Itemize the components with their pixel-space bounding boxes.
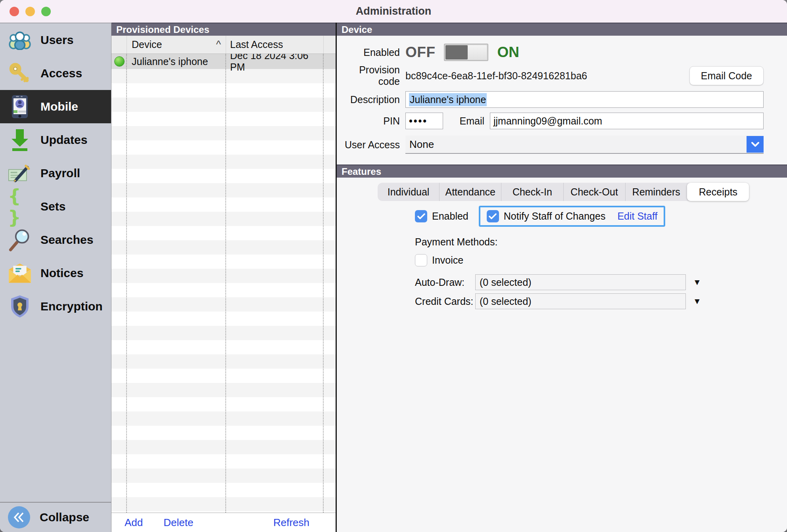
sidebar-item-searches[interactable]: Searches <box>0 223 111 256</box>
sidebar-item-label: Sets <box>40 200 65 213</box>
features-tab-bar: Individual Attendance Check-In Check-Out… <box>378 183 749 201</box>
tab-check-out[interactable]: Check-Out <box>563 183 625 201</box>
last-access-column-header[interactable]: Last Access <box>226 36 324 54</box>
credit-cards-row: Credit Cards: (0 selected) ▼ <box>415 293 787 309</box>
provisioned-devices-header: Provisioned Devices <box>111 23 336 36</box>
add-device-button[interactable]: Add <box>125 517 143 529</box>
sidebar: Users Access <box>0 23 111 532</box>
collapse-label: Collapse <box>40 511 89 524</box>
auto-draw-label: Auto-Draw: <box>415 277 475 288</box>
email-code-button[interactable]: Email Code <box>689 66 764 85</box>
sidebar-item-access[interactable]: Access <box>0 57 111 90</box>
sidebar-item-label: Users <box>40 33 73 47</box>
enabled-toggle[interactable] <box>444 44 488 61</box>
users-icon <box>8 28 32 52</box>
sidebar-item-notices[interactable]: Notices <box>0 256 111 290</box>
invoice-row: Invoice <box>415 254 787 266</box>
mobile-phone-icon <box>8 95 32 119</box>
user-access-value: None <box>409 138 434 151</box>
braces-icon: { } <box>8 195 32 218</box>
chevron-down-icon <box>751 142 760 147</box>
column-divider <box>225 54 226 513</box>
notify-staff-label: Notify Staff of Changes <box>504 211 606 222</box>
user-access-select[interactable]: None <box>405 136 764 154</box>
shield-icon <box>8 295 32 318</box>
payment-methods-label: Payment Methods: <box>415 236 787 248</box>
sidebar-item-label: Access <box>40 67 82 80</box>
filler-column-header <box>324 36 336 54</box>
empty-table-rows <box>111 69 336 513</box>
sidebar-item-users[interactable]: Users <box>0 23 111 57</box>
online-status-icon <box>114 56 125 67</box>
receipts-enabled-row: Enabled Notify Staff of Changes Edit Sta… <box>415 206 787 227</box>
delete-device-button[interactable]: Delete <box>163 517 193 529</box>
auto-draw-dropdown-icon[interactable]: ▼ <box>693 277 701 287</box>
credit-cards-select[interactable]: (0 selected) <box>475 293 686 309</box>
features-body: Individual Attendance Check-In Check-Out… <box>337 178 787 532</box>
tab-receipts[interactable]: Receipts <box>687 183 749 201</box>
toggle-track <box>468 45 487 59</box>
tab-reminders[interactable]: Reminders <box>625 183 687 201</box>
invoice-checkbox[interactable] <box>415 254 427 266</box>
email-input[interactable]: jjmanning09@gmail.com <box>490 113 764 129</box>
title-bar: Administration <box>0 0 787 23</box>
device-section-title: Device <box>342 24 372 35</box>
device-form: Enabled OFF ON Provision code bc89c4ce-6… <box>337 36 787 165</box>
enabled-checkbox-label: Enabled <box>432 211 468 222</box>
device-table-header: Device ^ Last Access <box>111 36 336 54</box>
sidebar-item-label: Payroll <box>40 166 80 180</box>
sort-ascending-icon: ^ <box>216 38 221 51</box>
invoice-label: Invoice <box>432 255 463 266</box>
device-table-actions: Add Delete Refresh <box>111 513 336 532</box>
notify-staff-checkbox[interactable] <box>487 210 499 222</box>
email-label: Email <box>443 115 490 127</box>
collapse-sidebar-button[interactable]: Collapse <box>0 502 111 532</box>
sidebar-item-label: Updates <box>40 133 87 147</box>
auto-draw-select[interactable]: (0 selected) <box>475 274 686 290</box>
features-section-header: Features <box>337 165 787 178</box>
tab-individual[interactable]: Individual <box>378 183 439 201</box>
magnifier-icon <box>8 228 32 252</box>
sidebar-item-mobile[interactable]: Mobile <box>0 90 111 123</box>
administration-window: Administration Users <box>0 0 787 532</box>
pin-input[interactable]: •••• <box>405 113 443 129</box>
collapse-chevrons-icon <box>8 506 30 528</box>
checkmark-icon <box>489 213 497 220</box>
toggle-on-label: ON <box>497 44 519 61</box>
sidebar-item-label: Mobile <box>40 100 78 113</box>
credit-cards-dropdown-icon[interactable]: ▼ <box>693 297 701 306</box>
notify-staff-highlight-group: Notify Staff of Changes Edit Staff <box>479 206 666 227</box>
last-access-cell: Dec 18 2024 3:06 PM <box>226 54 324 73</box>
enabled-checkbox[interactable] <box>415 210 427 222</box>
provisioned-devices-panel: Provisioned Devices Device ^ Last Access… <box>111 23 337 532</box>
sidebar-item-label: Encryption <box>40 300 103 313</box>
provisioned-devices-title: Provisioned Devices <box>116 24 209 35</box>
key-icon <box>8 61 32 85</box>
edit-staff-link[interactable]: Edit Staff <box>617 211 657 222</box>
table-row-selected[interactable]: Julianne's iphone Dec 18 2024 3:06 PM <box>111 54 336 69</box>
column-divider <box>323 54 324 513</box>
column-divider <box>126 54 127 513</box>
status-column-header <box>111 36 127 54</box>
tab-attendance[interactable]: Attendance <box>439 183 501 201</box>
tab-check-in[interactable]: Check-In <box>501 183 563 201</box>
refresh-devices-button[interactable]: Refresh <box>273 517 309 529</box>
device-column-header[interactable]: Device ^ <box>127 36 226 54</box>
description-input[interactable]: Julianne's iphone <box>405 91 764 108</box>
sidebar-item-updates[interactable]: Updates <box>0 123 111 157</box>
check-and-pen-icon <box>8 161 32 185</box>
sidebar-item-sets[interactable]: { } Sets <box>0 190 111 223</box>
toggle-knob <box>445 45 468 59</box>
provision-code-value: bc89c4ce-6ea8-11ef-bf30-824916281ba6 <box>405 70 689 82</box>
description-label: Description <box>337 94 405 105</box>
credit-cards-label: Credit Cards: <box>415 296 475 307</box>
user-access-dropdown-button[interactable] <box>747 136 764 153</box>
envelope-icon <box>8 261 32 285</box>
device-name-cell: Julianne's iphone <box>127 56 226 67</box>
sidebar-item-label: Notices <box>40 266 83 280</box>
device-detail-panel: Device Enabled OFF ON Provision code bc8… <box>337 23 787 532</box>
selected-text: Julianne's iphone <box>409 93 487 106</box>
sidebar-item-encryption[interactable]: Encryption <box>0 290 111 323</box>
features-section-title: Features <box>342 166 381 177</box>
sidebar-item-label: Searches <box>40 233 93 247</box>
